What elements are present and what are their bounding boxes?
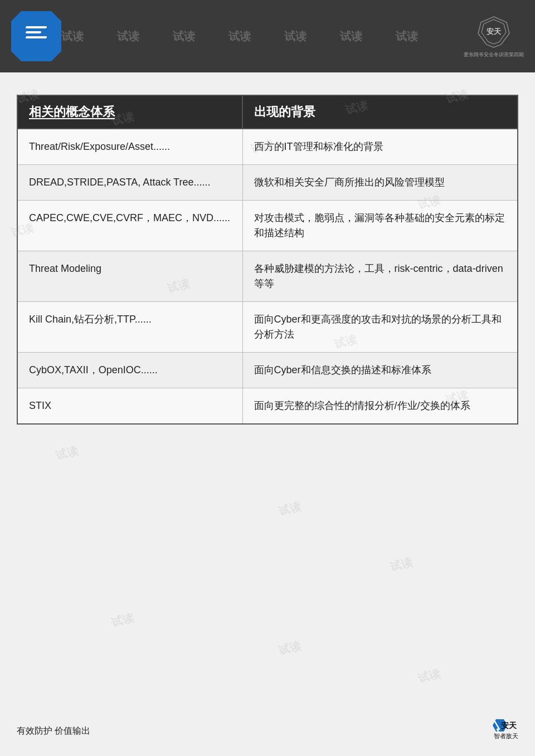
col1-header: 相关的概念体系 <box>17 95 242 129</box>
table-row: STIX 面向更完整的综合性的情报分析/作业/交换的体系 <box>17 388 518 425</box>
body-wm-15: 试读 <box>416 666 442 686</box>
table-row: Kill Chain,钻石分析,TTP...... 面向Cyber和更高强度的攻… <box>17 302 518 353</box>
table-row: CAPEC,CWE,CVE,CVRF，MAEC，NVD...... 对攻击模式，… <box>17 201 518 251</box>
body-wm-13: 试读 <box>110 610 135 630</box>
body-wm-14: 试读 <box>277 638 303 658</box>
logo-lines <box>26 26 47 38</box>
svg-text:安天: 安天 <box>500 721 517 730</box>
col2-header: 出现的背景 <box>242 95 518 129</box>
table-cell-left-0: Threat/Risk/Exposure/Asset...... <box>17 129 242 165</box>
table-cell-right-4: 面向Cyber和更高强度的攻击和对抗的场景的分析工具和分析方法 <box>242 302 518 353</box>
table-cell-left-2: CAPEC,CWE,CVE,CVRF，MAEC，NVD...... <box>17 201 242 251</box>
table-row: CybOX,TAXII，OpenIOC...... 面向Cyber和信息交换的描… <box>17 353 518 388</box>
table-cell-right-2: 对攻击模式，脆弱点，漏洞等各种基础的安全元素的标定和描述结构 <box>242 201 518 251</box>
svg-text:安天: 安天 <box>486 27 502 36</box>
footer-logo: 安天 智者敌天下 <box>485 717 518 745</box>
header-right: 安天 爱东阔爷安全冬训营第四期 <box>464 14 524 58</box>
table-row: DREAD,STRIDE,PASTA, Attack Tree...... 微软… <box>17 165 518 201</box>
table-row: Threat Modeling 各种威胁建模的方法论，工具，risk-centr… <box>17 251 518 302</box>
table-row: Threat/Risk/Exposure/Asset...... 西方的IT管理… <box>17 129 518 165</box>
footer-left-text: 有效防护 价值输出 <box>17 725 90 737</box>
header-watermarks: 试读 试读 试读 试读 试读 试读 试读 <box>50 0 457 72</box>
header-right-logo-svg: 安天 <box>470 14 518 50</box>
table-cell-left-3: Threat Modeling <box>17 251 242 302</box>
body-wm-11: 试读 <box>277 499 303 519</box>
header-wm-1: 试读 <box>61 29 84 44</box>
header: ANTIY. 试读 试读 试读 试读 试读 试读 试读 安天 爱东阔爷安全冬训营… <box>0 0 535 72</box>
body-wm-12: 试读 <box>388 554 414 574</box>
body-wm-10: 试读 <box>54 443 80 463</box>
svg-text:智者敌天下: 智者敌天下 <box>494 733 519 739</box>
table-cell-left-4: Kill Chain,钻石分析,TTP...... <box>17 302 242 353</box>
table-cell-left-6: STIX <box>17 388 242 425</box>
logo: ANTIY. <box>11 11 61 61</box>
data-table: 相关的概念体系 出现的背景 Threat/Risk/Exposure/Asset… <box>17 95 518 425</box>
logo-line-2 <box>25 31 41 33</box>
logo-line-3 <box>25 36 47 38</box>
main-content: 相关的概念体系 出现的背景 Threat/Risk/Exposure/Asset… <box>0 72 535 436</box>
header-wm-3: 试读 <box>173 29 195 44</box>
header-right-subtitle: 爱东阔爷安全冬训营第四期 <box>464 51 524 58</box>
footer-brand-svg: 安天 智者敌天下 <box>485 717 518 745</box>
table-cell-right-5: 面向Cyber和信息交换的描述和标准体系 <box>242 353 518 388</box>
table-cell-left-1: DREAD,STRIDE,PASTA, Attack Tree...... <box>17 165 242 201</box>
header-wm-2: 试读 <box>117 29 139 44</box>
footer-right: 安天 智者敌天下 <box>485 717 518 745</box>
header-wm-5: 试读 <box>284 29 307 44</box>
table-cell-right-1: 微软和相关安全厂商所推出的风险管理模型 <box>242 165 518 201</box>
logo-line-1 <box>25 26 47 28</box>
table-cell-left-5: CybOX,TAXII，OpenIOC...... <box>17 353 242 388</box>
table-cell-right-0: 西方的IT管理和标准化的背景 <box>242 129 518 165</box>
header-wm-7: 试读 <box>396 29 418 44</box>
table-cell-right-6: 面向更完整的综合性的情报分析/作业/交换的体系 <box>242 388 518 425</box>
header-wm-4: 试读 <box>228 29 251 44</box>
footer: 有效防护 价值输出 安天 智者敌天下 <box>0 717 535 745</box>
table-cell-right-3: 各种威胁建模的方法论，工具，risk-centric，data-driven等等 <box>242 251 518 302</box>
logo-text: ANTIY. <box>26 41 47 47</box>
table-header-row: 相关的概念体系 出现的背景 <box>17 95 518 129</box>
header-wm-6: 试读 <box>340 29 362 44</box>
